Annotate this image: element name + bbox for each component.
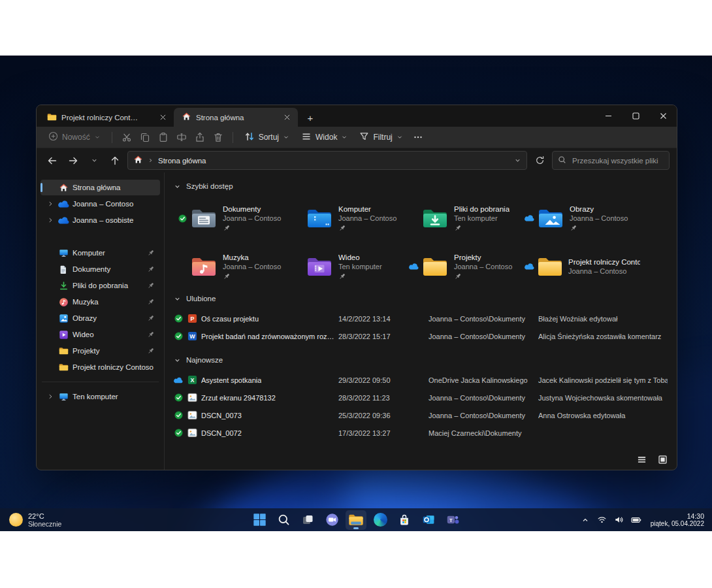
weather-widget[interactable]: 22°C Słonecznie (0, 512, 71, 528)
taskbar-clock[interactable]: 14:30 piątek, 05.04.2022 (651, 512, 704, 528)
file-row-zrzut-ekranu-29478132[interactable]: Zrzut ekranu 29478132 28/3/2022 11:23 Jo… (174, 389, 668, 406)
chevron-right-icon[interactable] (44, 393, 56, 400)
sidebar-item-dokumenty[interactable]: Dokumenty (40, 261, 160, 277)
icons-view-button[interactable] (655, 452, 670, 466)
file-activity: Justyna Wojciechowska skomentowała (538, 394, 668, 402)
sidebar-item-komputer[interactable]: Komputer (40, 245, 160, 261)
chevron-down-icon (396, 134, 403, 140)
history-chevron-button[interactable] (86, 152, 103, 169)
delete-button[interactable] (210, 129, 227, 146)
close-button[interactable] (649, 105, 677, 127)
pin-icon (223, 272, 281, 281)
home-icon (133, 155, 143, 166)
documents-folder-icon (190, 208, 218, 229)
command-bar: Nowość Sortuj Widok (37, 127, 677, 148)
volume-icon[interactable] (611, 512, 627, 529)
chevron-down-icon[interactable] (174, 183, 181, 190)
tile-obrazy[interactable]: Obrazy Joanna – Contoso (525, 200, 640, 237)
taskbar-search-button[interactable] (273, 510, 294, 530)
tray-chevron-up-icon[interactable] (577, 512, 593, 529)
close-tab-icon[interactable] (157, 112, 169, 123)
up-button[interactable] (106, 152, 123, 169)
search-input[interactable] (571, 156, 664, 165)
breadcrumb[interactable]: Strona główna (158, 157, 510, 165)
sidebar-item-joanna-contoso[interactable]: Joanna – Contoso (40, 196, 160, 212)
taskbar-teams-button[interactable]: T (442, 510, 463, 530)
sort-button[interactable]: Sortuj (239, 129, 295, 146)
tile-projekt-rolniczy-contoso[interactable]: Projekt rolniczy Contoso Joanna – Contos… (525, 248, 640, 285)
file-row-projekt-badan-nad-zrownowazonym-rozwojem[interactable]: W Projekt badań nad zrównoważonym rozwoj… (174, 327, 668, 345)
wifi-icon[interactable] (594, 512, 610, 529)
tile-name: Projekt rolniczy Contoso (568, 257, 640, 267)
refresh-button[interactable] (531, 152, 548, 169)
copy-button[interactable] (137, 129, 154, 146)
taskbar-apps: T (249, 508, 463, 531)
maximize-button[interactable] (622, 105, 649, 127)
file-activity: Błażej Woźniak edytował (538, 315, 668, 323)
details-view-button[interactable] (634, 452, 649, 466)
forward-button[interactable] (65, 152, 82, 169)
tile-pliki-do-pobrania[interactable]: Pliki do pobrania Ten komputer (409, 200, 525, 237)
file-explorer-icon (348, 514, 364, 526)
tile-komputer[interactable]: Komputer Joanna – Contoso (293, 200, 409, 237)
battery-icon[interactable] (628, 512, 644, 529)
sidebar-item-joanna-osobiste[interactable]: Joanna – osobiste (40, 212, 160, 228)
sidebar-item-strona-g-owna[interactable]: Strona główna (40, 180, 160, 195)
sidebar-item-wideo[interactable]: Wideo (40, 327, 160, 342)
sidebar-item-muzyka[interactable]: Muzyka (40, 294, 160, 310)
file-location: Joanna – Contoso\Dokumenty (429, 412, 538, 419)
tile-muzyka[interactable]: Muzyka Joanna – Contoso (178, 248, 293, 285)
sidebar-item-projekty[interactable]: Projekty (40, 343, 160, 359)
chevron-down-icon[interactable] (174, 357, 181, 364)
address-dropdown-icon[interactable] (514, 157, 521, 164)
tab-projekt-rolniczy-contoso[interactable]: Projekt rolniczy Contoso (39, 108, 174, 127)
new-tab-button[interactable]: + (302, 110, 319, 125)
tile-wideo[interactable]: Wideo Ten komputer (293, 248, 409, 285)
section-favorites-header[interactable]: Ulubione (174, 291, 668, 306)
tile-name: Wideo (338, 253, 382, 262)
taskbar-outlook-button[interactable] (418, 510, 439, 530)
more-options-button[interactable] (410, 129, 427, 146)
file-name: Projekt badań nad zrównoważonym rozwojem (201, 333, 338, 340)
tile-dokumenty[interactable]: Dokumenty Joanna – Contoso (178, 200, 293, 237)
share-button[interactable] (191, 129, 208, 146)
section-recent-header[interactable]: Najnowsze (174, 353, 668, 367)
new-button[interactable]: Nowość (43, 129, 106, 146)
rename-button[interactable] (173, 129, 190, 146)
sidebar-item-ten-komputer[interactable]: Ten komputer (40, 389, 160, 404)
file-row-dscn-0072[interactable]: DSCN_0072 17/3/2022 13:27 Maciej Czarnec… (174, 424, 668, 442)
sidebar-item-pliki-do-pobrania[interactable]: Pliki do pobrania (40, 278, 160, 293)
chevron-down-icon[interactable] (174, 295, 181, 302)
chevron-right-icon[interactable] (44, 201, 56, 207)
file-row-os-czasu-projektu[interactable]: P Oś czasu projektu 14/2/2022 13:14 Joan… (174, 310, 668, 327)
back-button[interactable] (44, 152, 61, 169)
download-folder-icon (421, 208, 449, 229)
taskbar-chat-button[interactable] (321, 510, 342, 530)
tab-strona-g-owna[interactable]: Strona główna (174, 108, 298, 127)
file-row-asystent-spotkania[interactable]: X Asystent spotkania 29/3/2022 09:50 One… (174, 371, 668, 389)
sidebar-item-obrazy[interactable]: Obrazy (40, 310, 160, 326)
file-row-dscn-0073[interactable]: DSCN_0073 25/3/2022 09:36 Joanna – Conto… (174, 406, 668, 424)
sidebar-item-label: Projekty (73, 347, 146, 355)
section-quick-access-header[interactable]: Szybki dostęp (174, 179, 668, 193)
close-tab-icon[interactable] (281, 112, 293, 123)
svg-text:P: P (190, 316, 194, 322)
taskbar-task-view-button[interactable] (297, 510, 318, 530)
chevron-right-icon[interactable] (44, 217, 56, 223)
tile-projekty[interactable]: Projekty Joanna – Contoso (409, 248, 525, 285)
svg-text:X: X (190, 377, 194, 384)
sun-icon (9, 513, 23, 527)
address-bar[interactable]: Strona główna (127, 151, 527, 170)
taskbar-start-button[interactable] (249, 510, 270, 530)
cut-button[interactable] (118, 129, 135, 146)
filter-button[interactable]: Filtruj (354, 129, 408, 146)
taskbar-edge-button[interactable] (370, 510, 391, 530)
taskbar-file-explorer-button[interactable] (346, 510, 366, 530)
taskbar-store-button[interactable] (394, 510, 415, 530)
minimize-button[interactable] (594, 105, 622, 127)
view-button[interactable]: Widok (296, 129, 353, 146)
chevron-down-icon (283, 134, 289, 140)
sidebar-item-projekt-rolniczy-contoso[interactable]: Projekt rolniczy Contoso (40, 359, 160, 375)
paste-button[interactable] (155, 129, 172, 146)
search-box[interactable] (552, 151, 670, 170)
